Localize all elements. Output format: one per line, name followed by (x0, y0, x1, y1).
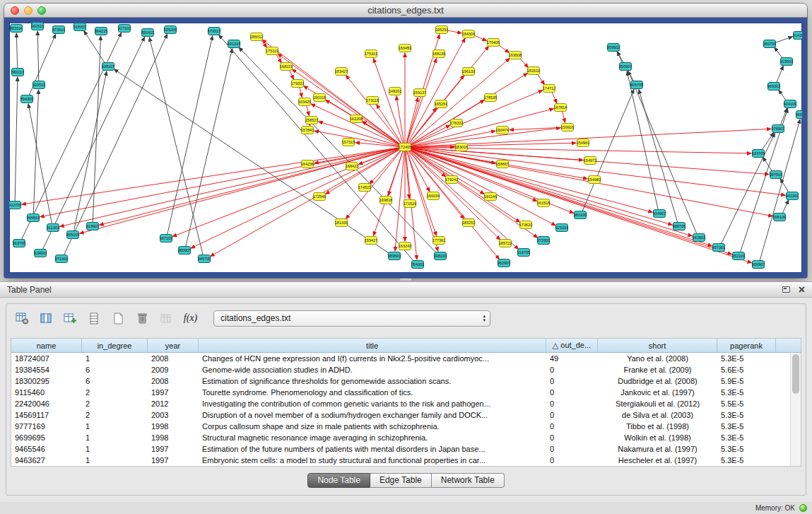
cell-in-degree[interactable]: 1 (82, 353, 148, 364)
cell-title[interactable]: Corpus callosum shape and size in male p… (199, 421, 546, 432)
citation-edge[interactable] (307, 106, 310, 116)
graph-node[interactable]: 173620 (519, 221, 532, 229)
graph-node[interactable]: 184304 (462, 30, 475, 38)
graph-node[interactable]: 902705 (9, 201, 21, 209)
table-row[interactable]: 1456911722003Disruption of a novel membe… (11, 409, 790, 421)
scrollbar-thumb[interactable] (792, 354, 799, 394)
graph-node[interactable]: 179242 (445, 176, 458, 184)
graph-node[interactable]: 195202 (435, 26, 448, 34)
cell-in-degree[interactable]: 1 (82, 432, 148, 443)
new-column-icon[interactable] (61, 309, 80, 328)
graph-node[interactable]: 168221 (280, 63, 293, 71)
graph-node[interactable]: 943503 (693, 234, 705, 242)
graph-node[interactable]: 175321 (365, 50, 377, 58)
graph-node[interactable]: 902513 (31, 23, 44, 30)
graph-node[interactable]: 933705 (752, 150, 765, 158)
graph-node[interactable]: 177361 (433, 237, 445, 245)
cell-name[interactable]: 18300295 (11, 375, 82, 387)
graph-node[interactable]: 166034 (427, 192, 440, 200)
table-row[interactable]: 1938455462009Genome-wide association stu… (11, 364, 790, 375)
citation-edge[interactable] (498, 45, 510, 53)
citation-edge[interactable] (355, 143, 399, 147)
graph-node[interactable]: 938107 (102, 63, 114, 71)
graph-node[interactable]: 179323 (291, 80, 304, 88)
citation-edge[interactable] (411, 109, 554, 146)
graph-node[interactable]: 989503 (388, 252, 401, 260)
cell-in-degree[interactable]: 1 (82, 455, 148, 466)
graph-node[interactable]: 884215 (95, 28, 107, 35)
graph-node[interactable]: 163249 (399, 243, 411, 250)
cell-title[interactable]: Embryonic stem cells: a model to study s… (199, 455, 546, 466)
citation-edge[interactable] (84, 31, 105, 63)
graph-node[interactable]: 863104 (10, 25, 23, 33)
cell-name[interactable]: 22420046 (11, 398, 82, 409)
graph-node[interactable]: 963705 (13, 240, 25, 247)
graph-node[interactable]: 969301 (767, 83, 780, 90)
cell-name[interactable]: 18724007 (11, 353, 82, 364)
citation-edge[interactable] (300, 88, 302, 98)
citation-edge[interactable] (289, 70, 293, 79)
citation-edge[interactable] (782, 200, 789, 214)
graph-node[interactable]: 169818 (379, 197, 392, 204)
citation-edge[interactable] (80, 148, 400, 234)
citation-edge[interactable] (219, 35, 414, 261)
graph-node[interactable]: 911301 (47, 224, 59, 232)
table-selector-dropdown[interactable]: citations_edges.txt▴▾ (213, 310, 490, 327)
graph-node[interactable]: 160474 (496, 127, 509, 134)
citation-edge[interactable] (537, 74, 544, 85)
graph-node[interactable]: 873911 (52, 26, 65, 34)
graph-node[interactable]: 959503 (607, 44, 620, 52)
graph-node[interactable]: 171529 (404, 200, 416, 208)
cell-name[interactable]: 9463627 (11, 455, 82, 466)
citation-edge[interactable] (779, 90, 787, 100)
table-row[interactable]: 946362711997Embryonic stem cells: a mode… (11, 455, 790, 466)
graph-node[interactable]: 924109 (784, 100, 796, 108)
cell-in-degree[interactable]: 2 (82, 398, 148, 409)
citation-edge[interactable] (406, 98, 418, 143)
graph-node[interactable]: 157842 (301, 127, 314, 134)
cell-pagerank[interactable]: 5.6E-5 (717, 364, 776, 375)
cell-pagerank[interactable]: 5.9E-5 (717, 375, 776, 387)
graph-node[interactable]: 915503 (780, 58, 793, 66)
graph-node[interactable]: 945705 (198, 255, 211, 263)
graph-node[interactable]: 935209 (164, 26, 177, 34)
graph-node[interactable]: 190218 (313, 94, 326, 102)
graph-node[interactable]: 971503 (537, 237, 550, 245)
graph-node[interactable]: 996109 (773, 214, 786, 221)
citation-edge[interactable] (447, 30, 461, 33)
graph-node[interactable]: 174712 (543, 85, 555, 93)
cell-pagerank[interactable]: 5.5E-5 (717, 398, 776, 409)
graph-node[interactable]: 952109 (732, 252, 745, 260)
graph-node[interactable]: 183016 (455, 144, 468, 151)
table-row[interactable]: 1872400712008Changes of HCN gene express… (11, 353, 790, 364)
graph-node[interactable]: 905705 (630, 81, 643, 89)
graph-node[interactable]: 988705 (673, 223, 686, 230)
graph-node[interactable]: 154961 (577, 139, 589, 147)
graph-node[interactable]: 185253 (462, 219, 475, 227)
cell-year[interactable]: 2008 (148, 353, 199, 364)
citation-edge[interactable] (780, 179, 789, 193)
graph-node[interactable]: 894309 (20, 95, 33, 103)
graph-node[interactable]: 164236 (301, 160, 314, 168)
cell-in-degree[interactable]: 2 (82, 387, 148, 398)
column-header-title[interactable]: title (199, 339, 546, 352)
graph-node[interactable]: 159916 (561, 124, 574, 132)
cell-in-degree[interactable]: 6 (82, 364, 148, 375)
graph-node[interactable]: 916705 (517, 249, 530, 257)
graph-node[interactable]: 176202 (450, 119, 463, 127)
tab-network-table[interactable]: Network Table (432, 473, 505, 488)
function-builder-icon[interactable]: f(x) (181, 309, 200, 328)
graph-node[interactable]: 185722 (499, 240, 512, 247)
cell-short[interactable]: Tibbo et al. (1998) (598, 421, 717, 432)
citation-edge[interactable] (28, 104, 52, 223)
citation-edge[interactable] (16, 33, 17, 68)
cell-title[interactable]: Tourette syndrome. Phenomenology and cla… (199, 387, 546, 398)
column-header-in-degree[interactable]: in_degree (82, 339, 148, 352)
graph-node[interactable]: 159137 (413, 89, 426, 97)
graph-node[interactable]: 175119 (266, 47, 278, 55)
cell-title[interactable]: Estimation of the future numbers of pati… (199, 443, 546, 455)
graph-node[interactable]: 173118 (366, 97, 379, 105)
graph-node[interactable]: 191146 (484, 193, 497, 201)
cell-year[interactable]: 2009 (148, 364, 199, 375)
graph-node[interactable]: 154983 (588, 176, 601, 184)
